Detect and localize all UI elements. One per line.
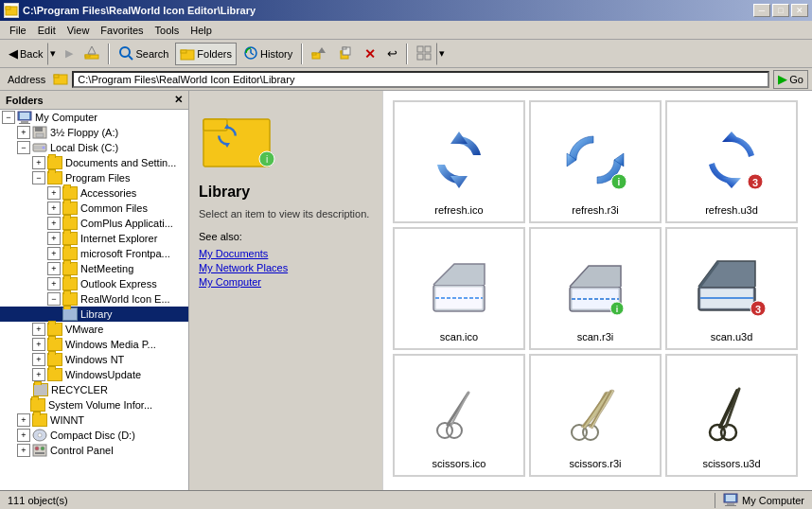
- back-button[interactable]: ◀ Back: [4, 43, 47, 65]
- expander-floppy[interactable]: +: [17, 126, 30, 139]
- folder-icon-windows-nt: [47, 353, 62, 366]
- expander-windows-update[interactable]: +: [32, 368, 45, 381]
- info-panel: i Library Select an item to view its des…: [189, 91, 383, 490]
- file-item-refresh-ico[interactable]: refresh.ico: [393, 100, 525, 223]
- menu-file[interactable]: File: [4, 23, 32, 38]
- tree-item-program-files[interactable]: − Program Files: [0, 170, 188, 185]
- tree-item-vmware[interactable]: + VMware: [0, 322, 188, 337]
- tree-item-library[interactable]: Library: [0, 307, 188, 322]
- expander-outlook[interactable]: +: [47, 277, 61, 290]
- tree-item-complus[interactable]: + ComPlus Applicati...: [0, 216, 188, 231]
- my-computer-link[interactable]: My Computer: [199, 276, 373, 288]
- expander-ie[interactable]: +: [47, 232, 61, 245]
- tree-item-internet-explorer[interactable]: + Internet Explorer: [0, 231, 188, 246]
- copy-to-button[interactable]: [333, 43, 358, 65]
- svg-point-34: [43, 147, 45, 149]
- menu-edit[interactable]: Edit: [32, 23, 62, 38]
- back-dropdown[interactable]: ▾: [47, 43, 59, 65]
- move-to-button[interactable]: [307, 43, 331, 65]
- svg-marker-4: [88, 46, 96, 54]
- file-item-scissors-ico[interactable]: scissors.ico: [393, 354, 525, 477]
- tree-label-system-volume: System Volume Infor...: [48, 399, 152, 411]
- go-button[interactable]: ▶ Go: [773, 70, 808, 89]
- close-button[interactable]: ✕: [791, 4, 808, 17]
- tree-item-windows-update[interactable]: + WindowsUpdate: [0, 367, 188, 382]
- tree-item-outlook[interactable]: + Outlook Express: [0, 276, 188, 291]
- svg-rect-42: [203, 119, 227, 131]
- views-button[interactable]: [412, 43, 436, 65]
- expander-complus[interactable]: +: [47, 217, 61, 230]
- views-dropdown[interactable]: ▾: [436, 43, 448, 65]
- expander-compact-disc[interactable]: +: [17, 429, 30, 442]
- expander-docs[interactable]: +: [32, 156, 45, 169]
- expander-vmware[interactable]: +: [32, 323, 45, 336]
- file-item-refresh-u3d[interactable]: 3 refresh.u3d: [665, 100, 798, 223]
- history-button[interactable]: History: [238, 43, 297, 65]
- delete-icon: ✕: [364, 46, 376, 61]
- search-button[interactable]: Search: [114, 43, 173, 65]
- tree-item-recycler[interactable]: RECYCLER: [0, 382, 188, 397]
- maximize-button[interactable]: □: [772, 4, 789, 17]
- address-input[interactable]: C:\Program Files\RealWorld Icon Editor\L…: [72, 71, 769, 88]
- expander-netmeeting[interactable]: +: [47, 262, 61, 275]
- forward-button[interactable]: ▶: [61, 43, 78, 65]
- computer-icon: [17, 111, 32, 124]
- menu-favorites[interactable]: Favorites: [95, 23, 149, 38]
- file-item-scissors-r3i[interactable]: scissors.r3i: [529, 354, 662, 477]
- tree-label-frontpage: microsoft Frontpa...: [80, 248, 170, 259]
- expander-realworld[interactable]: −: [47, 292, 61, 306]
- back-label: Back: [20, 48, 43, 60]
- file-item-scan-r3i[interactable]: i scan.r3i: [529, 227, 662, 350]
- expander-control-panel[interactable]: +: [17, 444, 30, 457]
- expander-winnt[interactable]: +: [17, 413, 30, 427]
- tree-item-windows-media[interactable]: + Windows Media P...: [0, 337, 188, 352]
- svg-rect-8: [181, 50, 186, 53]
- cd-icon: [32, 429, 47, 442]
- minimize-button[interactable]: ─: [753, 4, 770, 17]
- tree-item-control-panel[interactable]: + Control Panel: [0, 443, 188, 458]
- delete-button[interactable]: ✕: [360, 43, 380, 65]
- expander-windows-nt[interactable]: +: [32, 353, 45, 366]
- tree-label-local-disk: Local Disk (C:): [50, 142, 118, 153]
- tree-item-realworld[interactable]: − RealWorld Icon E...: [0, 291, 188, 307]
- expander-accessories[interactable]: +: [47, 186, 61, 200]
- menu-help[interactable]: Help: [185, 23, 218, 38]
- tree-item-winnt[interactable]: + WINNT: [0, 412, 188, 428]
- tree-label-windows-nt: Windows NT: [65, 354, 124, 365]
- tree-item-floppy[interactable]: + 3½ Floppy (A:): [0, 125, 188, 140]
- expander-my-computer[interactable]: −: [2, 111, 15, 124]
- folders-panel-close[interactable]: ✕: [174, 94, 183, 106]
- svg-rect-24: [54, 75, 59, 78]
- my-network-places-link[interactable]: My Network Places: [199, 262, 373, 273]
- file-item-scissors-u3d[interactable]: scissors.u3d: [665, 354, 798, 477]
- tree-item-system-volume[interactable]: System Volume Infor...: [0, 397, 188, 412]
- tree-label-vmware: VMware: [65, 324, 103, 335]
- folders-button[interactable]: Folders: [175, 43, 237, 65]
- folder-icon-accessories: [62, 186, 78, 200]
- my-documents-link[interactable]: My Documents: [199, 248, 373, 259]
- tree-item-my-computer[interactable]: − My Computer: [0, 110, 188, 125]
- tree-item-common-files[interactable]: + Common Files: [0, 201, 188, 216]
- file-item-refresh-r3i[interactable]: i refresh.r3i: [529, 100, 662, 223]
- tree-item-compact-disc[interactable]: + Compact Disc (D:): [0, 428, 188, 443]
- svg-line-11: [251, 53, 254, 55]
- expander-frontpage[interactable]: +: [47, 247, 61, 260]
- tree-item-accessories[interactable]: + Accessories: [0, 185, 188, 201]
- expander-common-files[interactable]: +: [47, 202, 61, 215]
- undo-button[interactable]: ↩: [382, 43, 402, 65]
- menu-tools[interactable]: Tools: [150, 23, 185, 38]
- expander-local-disk[interactable]: −: [17, 141, 30, 154]
- menu-view[interactable]: View: [62, 23, 96, 38]
- svg-line-6: [129, 56, 132, 60]
- expander-windows-media[interactable]: +: [32, 338, 45, 351]
- file-item-scan-u3d[interactable]: 3 scan.u3d: [665, 227, 798, 350]
- tree-item-windows-nt[interactable]: + Windows NT: [0, 352, 188, 367]
- tree-item-local-disk[interactable]: − Local Disk (C:): [0, 140, 188, 155]
- addressbar: Address C:\Program Files\RealWorld Icon …: [0, 68, 812, 91]
- file-item-scan-ico[interactable]: scan.ico: [393, 227, 525, 350]
- tree-item-docs[interactable]: + Documents and Settin...: [0, 155, 188, 170]
- tree-item-netmeeting[interactable]: + NetMeeting: [0, 261, 188, 276]
- tree-item-frontpage[interactable]: + microsoft Frontpa...: [0, 246, 188, 261]
- expander-program-files[interactable]: −: [32, 171, 45, 184]
- up-button[interactable]: [79, 43, 104, 65]
